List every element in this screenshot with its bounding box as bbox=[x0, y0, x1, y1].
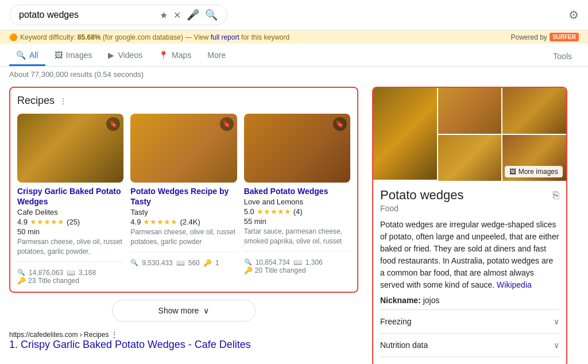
right-title: Potato wedges bbox=[380, 188, 464, 203]
title-changed-label-1: Title changed bbox=[38, 277, 79, 285]
accordion-nutrition[interactable]: Nutrition data ∨ bbox=[380, 334, 559, 357]
kd-text: Keyword difficulty: 85.68% (for google.c… bbox=[20, 33, 289, 41]
tab-all[interactable]: 🔍 All bbox=[9, 46, 45, 66]
recipe-meta-3: 🔍 10,854,734 📖 1,306 bbox=[244, 258, 350, 266]
right-category: Food bbox=[380, 204, 559, 213]
recipe-divider-3: 🔍 10,854,734 📖 1,306 🔑 20 Title changed bbox=[244, 251, 350, 274]
share-button[interactable]: ⎘ bbox=[553, 189, 559, 202]
right-accordion: Freezing ∨ Nutrition data ∨ bbox=[380, 309, 559, 357]
google-search-icon[interactable]: 🔍 bbox=[205, 9, 218, 21]
search-bar: ★ ✕ 🎤 🔍 bbox=[9, 5, 227, 25]
tab-maps-label: Maps bbox=[172, 51, 191, 60]
right-img-tr bbox=[438, 88, 502, 134]
recipe-divider-1: 🔍 14,876,063 📖 3,168 🔑 23 Title changed bbox=[17, 261, 123, 285]
recipes-header: Recipes ⋮ bbox=[17, 95, 350, 107]
close-icon[interactable]: ✕ bbox=[173, 10, 181, 21]
star-icon[interactable]: ★ bbox=[160, 10, 168, 21]
key-icon-1: 🔑 bbox=[17, 277, 26, 285]
tab-videos-label: Videos bbox=[118, 51, 142, 60]
accordion-freezing-arrow: ∨ bbox=[554, 317, 559, 326]
accordion-nutrition-label: Nutrition data bbox=[380, 340, 428, 350]
rating-value-2: 4.9 bbox=[130, 218, 141, 226]
words-3: 1,306 bbox=[305, 258, 323, 266]
powered-by-text: Powered by bbox=[511, 33, 547, 41]
gear-icon[interactable]: ⚙ bbox=[568, 8, 579, 22]
recipe-time-1: 50 min bbox=[17, 227, 123, 236]
title-changed-1: 🔑 23 Title changed bbox=[17, 277, 123, 285]
bookmark-icon-3[interactable]: 🔖 bbox=[333, 117, 347, 131]
wikipedia-link[interactable]: Wikipedia bbox=[497, 280, 532, 289]
bookmark-icon-1[interactable]: 🔖 bbox=[106, 117, 120, 131]
tools-button[interactable]: Tools bbox=[546, 47, 579, 65]
right-img-large bbox=[373, 88, 437, 180]
kd-full-report-link[interactable]: full report bbox=[211, 33, 239, 41]
videos-icon: ▶ bbox=[108, 51, 114, 60]
accordion-freezing-label: Freezing bbox=[380, 317, 411, 326]
search-volume-3: 10,854,734 bbox=[256, 258, 290, 266]
recipe-img-1: 🔖 bbox=[17, 114, 123, 183]
words-icon-1: 📖 bbox=[67, 269, 75, 277]
mic-icon[interactable]: 🎤 bbox=[187, 9, 199, 21]
accordion-nutrition-arrow: ∨ bbox=[554, 340, 559, 350]
search-meta-icon-1: 🔍 bbox=[17, 269, 25, 276]
tab-more[interactable]: More bbox=[200, 46, 233, 66]
all-icon: 🔍 bbox=[16, 51, 26, 60]
recipe-card-2[interactable]: 🔖 Potato Wedges Recipe by Tasty Tasty 4.… bbox=[130, 114, 237, 285]
organic-result-1: https://cafedelites.com › Recipes ⋮ 1. C… bbox=[9, 326, 358, 355]
result-title-link[interactable]: 1. Crispy Garlic Baked Potato Wedges - C… bbox=[9, 339, 251, 350]
tab-videos[interactable]: ▶ Videos bbox=[101, 46, 149, 66]
main-layout: Recipes ⋮ 🔖 Crispy Garlic Baked Potato W… bbox=[0, 82, 588, 364]
recipe-card-3[interactable]: 🔖 Baked Potato Wedges Love and Lemons 5.… bbox=[244, 114, 350, 285]
search-volume-1: 14,876,063 bbox=[29, 269, 63, 277]
nickname-label: Nickname: bbox=[380, 296, 421, 305]
show-more-label: Show more bbox=[158, 306, 199, 315]
result-url-text: https://cafedelites.com › Recipes bbox=[9, 331, 109, 339]
show-more-button[interactable]: Show more ∨ bbox=[112, 300, 256, 322]
right-content: Potato wedges ⎘ Food Potato wedges are i… bbox=[373, 181, 566, 364]
right-img-bl bbox=[438, 135, 502, 181]
images-icon: 🖼 bbox=[55, 51, 63, 60]
search-icons: ★ ✕ 🎤 🔍 bbox=[160, 9, 218, 21]
more-images-overlay[interactable]: 🖼 More images bbox=[505, 166, 563, 177]
tab-images-label: Images bbox=[66, 51, 92, 60]
rating-count-1: (25) bbox=[67, 218, 80, 226]
right-img-cell-3 bbox=[502, 88, 566, 134]
recipe-card-1[interactable]: 🔖 Crispy Garlic Baked Potato Wedges Cafe… bbox=[17, 114, 123, 285]
search-meta-icon-2: 🔍 bbox=[130, 259, 138, 266]
recipe-ingredients-3: Tartar sauce, parmesan cheese, smoked pa… bbox=[244, 227, 350, 246]
recipe-rating-2: 4.9 ★★★★★ (2.4K) bbox=[130, 218, 237, 226]
recipe-divider-2: 🔍 9,530,433 📖 560 🔑 1 bbox=[130, 251, 237, 267]
right-nickname: Nickname: jojos bbox=[380, 296, 559, 305]
right-panel: 🖼 More images Potato wedges ⎘ Food Potat… bbox=[372, 87, 567, 364]
right-img-tr2 bbox=[502, 88, 566, 134]
search-meta-icon-3: 🔍 bbox=[244, 258, 252, 266]
right-description: Potato wedges are irregular wedge-shaped… bbox=[380, 219, 559, 291]
tab-maps[interactable]: 📍 Maps bbox=[152, 46, 198, 66]
recipes-menu-icon[interactable]: ⋮ bbox=[59, 96, 67, 106]
right-images-grid: 🖼 More images bbox=[373, 88, 566, 181]
results-count: About 77,300,000 results (0.54 seconds) bbox=[0, 67, 588, 82]
nav-tabs: 🔍 All 🖼 Images ▶ Videos 📍 Maps More Tool… bbox=[0, 44, 588, 67]
rating-value-1: 4.9 bbox=[17, 218, 28, 226]
stars-2: ★★★★★ bbox=[143, 218, 177, 226]
search-input[interactable] bbox=[19, 10, 155, 20]
surfer-badge: Powered by SURFER bbox=[511, 33, 579, 41]
description-text: Potato wedges are irregular wedge-shaped… bbox=[380, 220, 559, 289]
tab-images[interactable]: 🖼 Images bbox=[48, 46, 99, 66]
recipe-meta-1: 🔍 14,876,063 📖 3,168 bbox=[17, 269, 123, 277]
bookmark-icon-2[interactable]: 🔖 bbox=[220, 117, 234, 131]
right-title-row: Potato wedges ⎘ bbox=[380, 188, 559, 203]
stars-3: ★★★★★ bbox=[257, 207, 291, 216]
kd-bar: 🟠 Keyword difficulty: 85.68% (for google… bbox=[0, 30, 588, 44]
key-count-1: 23 bbox=[28, 277, 36, 285]
recipe-source-2: Tasty bbox=[130, 208, 237, 216]
recipes-box: Recipes ⋮ 🔖 Crispy Garlic Baked Potato W… bbox=[9, 87, 358, 293]
left-column: Recipes ⋮ 🔖 Crispy Garlic Baked Potato W… bbox=[0, 82, 368, 364]
key-icon-3a: 🔑 bbox=[244, 266, 253, 274]
recipe-title-3: Baked Potato Wedges bbox=[244, 186, 350, 196]
recipe-title-1: Crispy Garlic Baked Potato Wedges bbox=[17, 186, 123, 207]
right-img-cell-4 bbox=[438, 135, 502, 181]
recipe-img-3: 🔖 bbox=[244, 114, 350, 183]
result-menu-icon[interactable]: ⋮ bbox=[111, 331, 118, 339]
accordion-freezing[interactable]: Freezing ∨ bbox=[380, 310, 559, 334]
